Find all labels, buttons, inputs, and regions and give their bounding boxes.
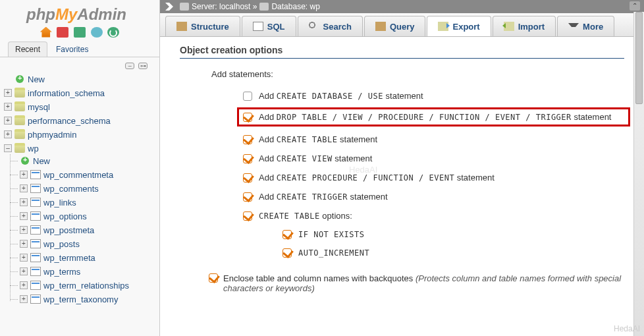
tree-controls: – ⊶: [0, 57, 159, 72]
checkbox-enclose-backquotes[interactable]: [209, 273, 218, 283]
expand-icon[interactable]: +: [20, 240, 28, 248]
table-wp-postmeta[interactable]: +wp_postmeta: [20, 225, 159, 236]
table-wp-termmeta[interactable]: +wp_termmeta: [20, 252, 159, 264]
breadcrumb-db-label: Database:: [271, 2, 308, 11]
import-icon: [504, 22, 514, 31]
expand-icon[interactable]: +: [20, 184, 28, 192]
checkbox-create-view[interactable]: [243, 154, 252, 163]
logout-icon[interactable]: [57, 27, 68, 38]
opt-enclose-backquotes: Enclose table and column names with back…: [209, 273, 624, 293]
checkbox-create-database[interactable]: [243, 92, 252, 101]
breadcrumb-server-name[interactable]: localhost: [219, 2, 250, 11]
main-tabs: Structure SQL Search Query Export Import…: [160, 13, 644, 37]
nav-tree: New + information_schema + mysql: [0, 72, 159, 336]
new-table-icon: [20, 156, 30, 165]
table-wp-term-taxonomy[interactable]: +wp_term_taxonomy: [20, 294, 159, 305]
structure-icon: [176, 22, 187, 31]
new-db-icon: [14, 74, 25, 84]
opt-create-trigger: Add CREATE TRIGGER statement: [243, 188, 624, 207]
expand-icon[interactable]: +: [4, 130, 12, 138]
query-icon: [375, 22, 386, 31]
home-icon[interactable]: [40, 27, 52, 38]
tab-more[interactable]: More: [557, 16, 614, 36]
checkbox-auto-increment[interactable]: [282, 248, 292, 258]
checkbox-create-table[interactable]: [243, 135, 252, 144]
table-wp-posts[interactable]: +wp_posts: [20, 238, 159, 250]
opt-create-table-options: CREATE TABLE options:: [243, 207, 624, 226]
expand-icon[interactable]: +: [20, 254, 28, 262]
opt-create-procedure: Add CREATE PROCEDURE / FUNCTION / EVENT …: [243, 169, 624, 188]
opt-auto-increment: AUTO_INCREMENT: [282, 244, 624, 263]
table-wp-links[interactable]: +wp_links: [20, 197, 159, 208]
collapse-all-icon[interactable]: –: [125, 63, 134, 69]
db-performance-schema[interactable]: + performance_schema: [4, 115, 159, 126]
database-icon: [14, 116, 25, 125]
reload-icon[interactable]: [107, 27, 119, 38]
table-wp-comments[interactable]: +wp_comments: [20, 183, 159, 194]
tab-recent[interactable]: Recent: [8, 42, 47, 57]
checkbox-create-procedure[interactable]: [243, 173, 252, 182]
breadcrumb-sep: »: [253, 2, 257, 11]
export-options: Object creation options Add statements: …: [160, 37, 644, 336]
db-information-schema[interactable]: + information_schema: [4, 88, 159, 99]
tab-structure[interactable]: Structure: [165, 16, 240, 36]
checkbox-drop-table[interactable]: [243, 113, 252, 122]
scrollbar-thumb[interactable]: [635, 12, 643, 104]
checkbox-create-table-options[interactable]: [243, 211, 252, 221]
docs-icon[interactable]: [91, 27, 103, 38]
tree-new-table[interactable]: New: [20, 155, 159, 167]
database-icon: [14, 144, 25, 153]
expand-icon[interactable]: +: [20, 212, 28, 220]
tab-favorites[interactable]: Favorites: [49, 42, 95, 57]
db-phpmyadmin[interactable]: + phpmyadmin: [4, 129, 159, 140]
query-window-icon[interactable]: [74, 27, 86, 38]
tab-import[interactable]: Import: [493, 16, 556, 36]
chevron-down-icon: [568, 23, 579, 32]
expand-icon[interactable]: +: [20, 198, 28, 206]
table-icon: [30, 267, 41, 276]
table-icon: [30, 184, 41, 193]
table-wp-terms[interactable]: +wp_terms: [20, 266, 159, 277]
sidebar-toolbar: [0, 25, 159, 42]
expand-icon[interactable]: +: [20, 267, 28, 275]
tab-sql[interactable]: SQL: [242, 16, 296, 36]
checkbox-create-trigger[interactable]: [243, 192, 252, 202]
subhead-add-statements: Add statements:: [211, 69, 624, 79]
expand-icon[interactable]: +: [4, 89, 12, 97]
opt-create-view: Add CREATE VIEW statement: [243, 150, 624, 169]
expand-icon[interactable]: +: [4, 103, 12, 111]
expand-icon[interactable]: +: [4, 117, 12, 125]
tab-search[interactable]: Search: [298, 16, 363, 36]
expand-icon[interactable]: +: [20, 226, 28, 234]
table-icon: [30, 239, 41, 248]
tab-query[interactable]: Query: [364, 16, 426, 36]
search-icon: [309, 22, 319, 31]
collapse-icon[interactable]: –: [4, 144, 12, 152]
expand-icon[interactable]: +: [20, 281, 28, 289]
collapse-top-icon[interactable]: ⌃: [630, 1, 640, 11]
export-icon: [438, 22, 448, 31]
section-title: Object creation options: [180, 45, 624, 59]
expand-icon[interactable]: +: [20, 171, 28, 179]
breadcrumb-arrow-icon[interactable]: [165, 3, 173, 11]
table-wp-commentmeta[interactable]: +wp_commentmeta: [20, 169, 159, 181]
main: Server: localhost » Database: wp ⌃ Struc…: [160, 0, 644, 336]
tree-new[interactable]: New: [4, 74, 159, 85]
table-wp-term-relationships[interactable]: +wp_term_relationships: [20, 280, 159, 291]
sidebar: phpMyAdmin Recent Favorites – ⊶ New: [0, 0, 160, 336]
db-mysql[interactable]: + mysql: [4, 101, 159, 113]
scrollbar[interactable]: [633, 12, 644, 336]
db-wp[interactable]: – wp: [4, 143, 159, 154]
tab-export[interactable]: Export: [427, 16, 491, 36]
table-icon: [30, 281, 41, 290]
opt-create-database: Add CREATE DATABASE / USE statement: [243, 87, 624, 106]
checkbox-if-not-exists[interactable]: [282, 230, 292, 239]
link-icon[interactable]: ⊶: [138, 63, 148, 69]
table-icon: [30, 253, 41, 262]
expand-icon[interactable]: +: [20, 295, 28, 303]
table-wp-options[interactable]: +wp_options: [20, 211, 159, 222]
logo[interactable]: phpMyAdmin: [0, 0, 159, 25]
breadcrumb-db-name[interactable]: wp: [309, 2, 319, 11]
database-icon: [14, 102, 25, 111]
sidebar-panel-tabs: Recent Favorites: [0, 42, 159, 57]
